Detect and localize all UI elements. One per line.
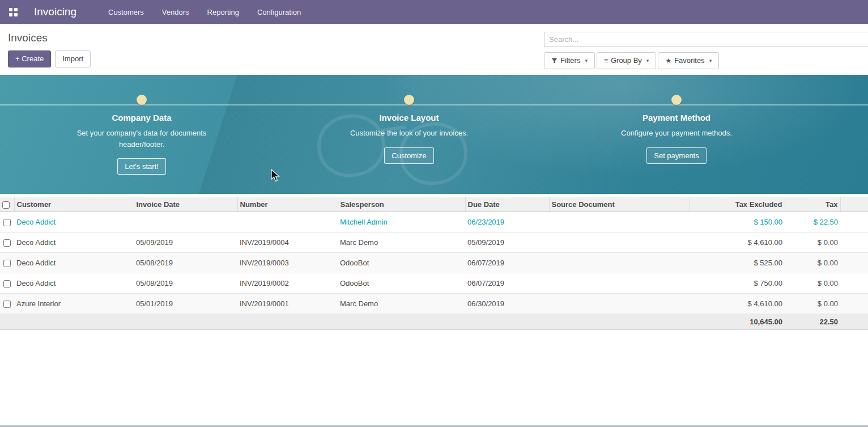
- menu-item-vendors[interactable]: Vendors: [162, 8, 189, 16]
- cell-tax-excluded: $ 4,610.00: [690, 294, 785, 314]
- cell-due-date: 06/23/2019: [465, 212, 549, 232]
- search-area: Filters ▾ ≡ Group By ▾ ★ Favorites ▾: [544, 32, 868, 69]
- chevron-down-icon: ▾: [709, 57, 712, 65]
- cell-salesperson: OdooBot: [338, 273, 465, 294]
- total-tax-excluded: 10,645.00: [690, 314, 785, 330]
- cell-salesperson: Marc Demo: [338, 294, 465, 314]
- cell-salesperson: Mitchell Admin: [338, 212, 465, 232]
- set-payments-button[interactable]: Set payments: [646, 147, 707, 164]
- column-header-salesperson[interactable]: Salesperson: [338, 197, 465, 212]
- import-button[interactable]: Import: [55, 50, 91, 67]
- step-description: Set your company's data for documents he…: [75, 128, 209, 150]
- cell-invoice-date: 05/01/2019: [134, 294, 237, 314]
- cell-salesperson: Marc Demo: [338, 232, 465, 253]
- menu-item-customers[interactable]: Customers: [108, 8, 144, 16]
- cell-source-document: [549, 253, 690, 273]
- step-dot: [671, 95, 682, 105]
- cell-tax: $ 0.00: [785, 232, 840, 253]
- top-navbar: Invoicing Customers Vendors Reporting Co…: [0, 0, 868, 24]
- star-icon: ★: [665, 56, 671, 66]
- cell-number: [237, 212, 338, 232]
- mouse-cursor: [271, 169, 281, 185]
- favorites-dropdown[interactable]: ★ Favorites ▾: [658, 52, 719, 69]
- step-title: Invoice Layout: [379, 113, 439, 122]
- app-title: Invoicing: [34, 6, 76, 18]
- cell-number: INV/2019/0002: [237, 273, 338, 294]
- onboarding-banner: Company Data Set your company's data for…: [0, 75, 868, 194]
- totals-row: 10,645.00 22.50: [0, 314, 868, 330]
- row-checkbox[interactable]: [3, 301, 11, 308]
- column-header-tax-excluded[interactable]: Tax Excluded: [690, 197, 785, 212]
- table-row[interactable]: Azure Interior 05/01/2019 INV/2019/0001 …: [0, 294, 868, 314]
- column-header-source-document[interactable]: Source Document: [549, 197, 690, 212]
- column-header-spacer: [840, 197, 868, 212]
- filter-icon: [551, 58, 558, 64]
- table-header-row: Customer Invoice Date Number Salesperson…: [0, 197, 868, 212]
- filters-dropdown[interactable]: Filters ▾: [544, 52, 595, 69]
- row-checkbox[interactable]: [3, 280, 11, 288]
- invoices-table: Customer Invoice Date Number Salesperson…: [0, 197, 868, 330]
- cell-tax: $ 22.50: [785, 212, 840, 232]
- row-checkbox[interactable]: [3, 239, 11, 247]
- row-checkbox[interactable]: [3, 260, 11, 267]
- column-header-due-date[interactable]: Due Date: [465, 197, 549, 212]
- cell-invoice-date: 05/08/2019: [134, 273, 237, 294]
- step-title: Company Data: [112, 113, 171, 122]
- menu-item-reporting[interactable]: Reporting: [207, 8, 239, 16]
- create-button[interactable]: + Create: [8, 50, 51, 67]
- cell-due-date: 06/07/2019: [465, 273, 549, 294]
- menu-item-configuration[interactable]: Configuration: [257, 8, 301, 16]
- step-description: Customize the look of your invoices.: [350, 128, 468, 139]
- chevron-down-icon: ▾: [585, 57, 588, 65]
- apps-menu-button[interactable]: [6, 5, 20, 19]
- chevron-down-icon: ▾: [646, 57, 649, 65]
- cell-source-document: [549, 212, 690, 232]
- cell-tax: $ 0.00: [785, 294, 840, 314]
- cell-invoice-date: 05/08/2019: [134, 253, 237, 273]
- step-title: Payment Method: [643, 113, 710, 122]
- cell-tax-excluded: $ 750.00: [690, 273, 785, 294]
- table-row[interactable]: Deco Addict 05/08/2019 INV/2019/0002 Odo…: [0, 273, 868, 294]
- cell-tax-excluded: $ 150.00: [690, 212, 785, 232]
- customize-button[interactable]: Customize: [384, 147, 433, 164]
- cell-source-document: [549, 232, 690, 253]
- cell-tax: $ 0.00: [785, 253, 840, 273]
- cell-customer: Deco Addict: [14, 253, 134, 273]
- search-input[interactable]: [544, 32, 868, 47]
- apps-grid-icon: [9, 8, 18, 16]
- table-row[interactable]: Deco Addict Mitchell Admin 06/23/2019 $ …: [0, 212, 868, 232]
- step-description: Configure your payment methods.: [621, 128, 732, 139]
- cell-customer: Azure Interior: [14, 294, 134, 314]
- row-checkbox[interactable]: [3, 219, 11, 226]
- cell-source-document: [549, 294, 690, 314]
- table-row[interactable]: Deco Addict 05/09/2019 INV/2019/0004 Mar…: [0, 232, 868, 253]
- cell-tax-excluded: $ 525.00: [690, 253, 785, 273]
- cell-tax-excluded: $ 4,610.00: [690, 232, 785, 253]
- cell-due-date: 06/07/2019: [465, 253, 549, 273]
- cell-invoice-date: [134, 212, 237, 232]
- plus-icon: +: [15, 54, 20, 63]
- group-by-dropdown[interactable]: ≡ Group By ▾: [597, 52, 656, 69]
- cell-source-document: [549, 273, 690, 294]
- column-header-customer[interactable]: Customer: [14, 197, 134, 212]
- cell-due-date: 05/09/2019: [465, 232, 549, 253]
- control-panel: Invoices + Create Import Filters ▾ ≡ Gro…: [0, 24, 868, 75]
- cell-tax: $ 0.00: [785, 273, 840, 294]
- lets-start-button[interactable]: Let's start!: [117, 158, 166, 175]
- select-all-header: [0, 197, 14, 212]
- table-row[interactable]: Deco Addict 05/08/2019 INV/2019/0003 Odo…: [0, 253, 868, 273]
- onboarding-step-company-data: Company Data Set your company's data for…: [8, 75, 275, 175]
- column-header-number[interactable]: Number: [237, 197, 338, 212]
- cell-customer: Deco Addict: [14, 212, 134, 232]
- cell-customer: Deco Addict: [14, 273, 134, 294]
- column-header-invoice-date[interactable]: Invoice Date: [134, 197, 237, 212]
- main-menu: Customers Vendors Reporting Configuratio…: [108, 8, 301, 16]
- step-dot: [404, 95, 414, 105]
- column-header-tax[interactable]: Tax: [785, 197, 840, 212]
- cell-number: INV/2019/0003: [237, 253, 338, 273]
- cell-invoice-date: 05/09/2019: [134, 232, 237, 253]
- total-tax: 22.50: [785, 314, 840, 330]
- cell-number: INV/2019/0001: [237, 294, 338, 314]
- select-all-checkbox[interactable]: [2, 201, 10, 209]
- onboarding-step-payment-method: Payment Method Configure your payment me…: [543, 75, 810, 175]
